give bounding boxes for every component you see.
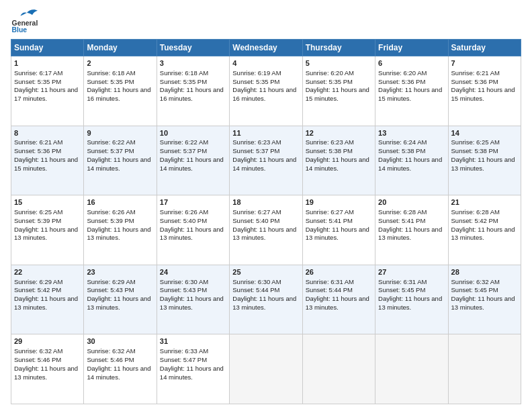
table-row: 8Sunrise: 6:21 AMSunset: 5:36 PMDaylight… bbox=[11, 126, 84, 195]
day-number: 24 bbox=[160, 267, 226, 277]
table-row: 16Sunrise: 6:26 AMSunset: 5:39 PMDayligh… bbox=[84, 195, 157, 265]
col-monday: Monday bbox=[84, 40, 157, 56]
table-row: 27Sunrise: 6:31 AMSunset: 5:45 PMDayligh… bbox=[375, 265, 448, 334]
table-row: 15Sunrise: 6:25 AMSunset: 5:39 PMDayligh… bbox=[11, 195, 84, 265]
sunrise-text: Sunrise: 6:18 AM bbox=[160, 69, 208, 77]
table-row bbox=[448, 334, 521, 404]
table-row: 29Sunrise: 6:32 AMSunset: 5:46 PMDayligh… bbox=[11, 334, 84, 404]
col-friday: Friday bbox=[375, 40, 448, 56]
daylight-text: Daylight: 11 hours and 16 minutes. bbox=[160, 86, 224, 102]
daylight-text: Daylight: 11 hours and 13 minutes. bbox=[306, 295, 369, 311]
logo-icon: General Blue bbox=[11, 8, 43, 34]
col-tuesday: Tuesday bbox=[157, 40, 229, 56]
svg-text:Blue: Blue bbox=[12, 26, 28, 34]
table-row: 31Sunrise: 6:33 AMSunset: 5:47 PMDayligh… bbox=[157, 334, 229, 404]
sunrise-text: Sunrise: 6:27 AM bbox=[306, 208, 354, 216]
sunset-text: Sunset: 5:36 PM bbox=[378, 78, 425, 85]
table-row: 2Sunrise: 6:18 AMSunset: 5:35 PMDaylight… bbox=[84, 56, 157, 126]
sunrise-text: Sunrise: 6:23 AM bbox=[306, 138, 354, 146]
sunset-text: Sunset: 5:35 PM bbox=[232, 78, 279, 85]
sunrise-text: Sunrise: 6:25 AM bbox=[14, 208, 62, 216]
daylight-text: Daylight: 11 hours and 13 minutes. bbox=[14, 365, 78, 381]
table-row: 24Sunrise: 6:30 AMSunset: 5:43 PMDayligh… bbox=[157, 265, 229, 334]
day-number: 16 bbox=[87, 197, 153, 208]
col-wednesday: Wednesday bbox=[230, 40, 302, 56]
day-number: 26 bbox=[306, 267, 372, 277]
sunrise-text: Sunrise: 6:32 AM bbox=[451, 278, 500, 285]
table-row: 18Sunrise: 6:27 AMSunset: 5:40 PMDayligh… bbox=[230, 195, 302, 265]
table-row: 6Sunrise: 6:20 AMSunset: 5:36 PMDaylight… bbox=[375, 56, 448, 126]
sunset-text: Sunset: 5:44 PM bbox=[306, 286, 353, 293]
sunrise-text: Sunrise: 6:19 AM bbox=[232, 69, 281, 77]
sunset-text: Sunset: 5:36 PM bbox=[451, 78, 498, 85]
table-row: 12Sunrise: 6:23 AMSunset: 5:38 PMDayligh… bbox=[302, 126, 375, 195]
calendar-week-row: 22Sunrise: 6:29 AMSunset: 5:42 PMDayligh… bbox=[11, 265, 521, 334]
sunrise-text: Sunrise: 6:27 AM bbox=[232, 208, 281, 216]
table-row: 21Sunrise: 6:28 AMSunset: 5:42 PMDayligh… bbox=[448, 195, 521, 265]
daylight-text: Daylight: 11 hours and 13 minutes. bbox=[232, 226, 296, 242]
col-thursday: Thursday bbox=[302, 40, 375, 56]
sunrise-text: Sunrise: 6:24 AM bbox=[378, 138, 427, 146]
sunrise-text: Sunrise: 6:20 AM bbox=[306, 69, 354, 77]
day-number: 13 bbox=[378, 128, 445, 138]
sunset-text: Sunset: 5:46 PM bbox=[14, 356, 61, 363]
page: General Blue Sunday Monday Tuesday Wedne… bbox=[0, 0, 532, 411]
table-row: 23Sunrise: 6:29 AMSunset: 5:43 PMDayligh… bbox=[84, 265, 157, 334]
daylight-text: Daylight: 11 hours and 13 minutes. bbox=[87, 226, 150, 242]
daylight-text: Daylight: 11 hours and 13 minutes. bbox=[451, 226, 515, 242]
sunset-text: Sunset: 5:38 PM bbox=[306, 147, 353, 154]
table-row: 9Sunrise: 6:22 AMSunset: 5:37 PMDaylight… bbox=[84, 126, 157, 195]
day-number: 18 bbox=[232, 197, 299, 208]
day-number: 19 bbox=[306, 197, 372, 208]
table-row bbox=[302, 334, 375, 404]
sunrise-text: Sunrise: 6:26 AM bbox=[160, 208, 208, 216]
calendar-week-row: 8Sunrise: 6:21 AMSunset: 5:36 PMDaylight… bbox=[11, 126, 521, 195]
sunset-text: Sunset: 5:40 PM bbox=[232, 217, 279, 224]
sunset-text: Sunset: 5:41 PM bbox=[378, 217, 425, 224]
day-number: 4 bbox=[232, 58, 299, 68]
sunrise-text: Sunrise: 6:18 AM bbox=[87, 69, 135, 77]
daylight-text: Daylight: 11 hours and 15 minutes. bbox=[306, 86, 369, 102]
day-number: 11 bbox=[232, 128, 299, 138]
sunset-text: Sunset: 5:35 PM bbox=[306, 78, 353, 85]
daylight-text: Daylight: 11 hours and 15 minutes. bbox=[378, 86, 442, 102]
table-row: 10Sunrise: 6:22 AMSunset: 5:37 PMDayligh… bbox=[157, 126, 229, 195]
table-row bbox=[230, 334, 302, 404]
col-saturday: Saturday bbox=[448, 40, 521, 56]
day-number: 30 bbox=[87, 336, 153, 347]
table-row: 3Sunrise: 6:18 AMSunset: 5:35 PMDaylight… bbox=[157, 56, 229, 126]
day-number: 20 bbox=[378, 197, 445, 208]
calendar-week-row: 29Sunrise: 6:32 AMSunset: 5:46 PMDayligh… bbox=[11, 334, 521, 404]
calendar-table: Sunday Monday Tuesday Wednesday Thursday… bbox=[11, 39, 521, 404]
daylight-text: Daylight: 11 hours and 13 minutes. bbox=[232, 295, 296, 311]
daylight-text: Daylight: 11 hours and 15 minutes. bbox=[14, 156, 78, 172]
day-number: 23 bbox=[87, 267, 153, 277]
sunset-text: Sunset: 5:39 PM bbox=[14, 217, 61, 224]
daylight-text: Daylight: 11 hours and 14 minutes. bbox=[306, 156, 369, 172]
logo: General Blue bbox=[11, 8, 43, 34]
day-number: 10 bbox=[160, 128, 226, 138]
sunrise-text: Sunrise: 6:23 AM bbox=[232, 138, 281, 146]
daylight-text: Daylight: 11 hours and 17 minutes. bbox=[14, 86, 78, 102]
table-row: 13Sunrise: 6:24 AMSunset: 5:38 PMDayligh… bbox=[375, 126, 448, 195]
daylight-text: Daylight: 11 hours and 14 minutes. bbox=[87, 156, 150, 172]
table-row: 7Sunrise: 6:21 AMSunset: 5:36 PMDaylight… bbox=[448, 56, 521, 126]
table-row: 1Sunrise: 6:17 AMSunset: 5:35 PMDaylight… bbox=[11, 56, 84, 126]
table-row: 4Sunrise: 6:19 AMSunset: 5:35 PMDaylight… bbox=[230, 56, 302, 126]
daylight-text: Daylight: 11 hours and 16 minutes. bbox=[87, 86, 150, 102]
day-number: 31 bbox=[160, 336, 226, 347]
table-row: 22Sunrise: 6:29 AMSunset: 5:42 PMDayligh… bbox=[11, 265, 84, 334]
sunset-text: Sunset: 5:42 PM bbox=[451, 217, 498, 224]
day-number: 22 bbox=[14, 267, 81, 277]
sunset-text: Sunset: 5:35 PM bbox=[14, 78, 61, 85]
sunrise-text: Sunrise: 6:28 AM bbox=[451, 208, 500, 216]
sunrise-text: Sunrise: 6:30 AM bbox=[232, 278, 281, 285]
table-row: 25Sunrise: 6:30 AMSunset: 5:44 PMDayligh… bbox=[230, 265, 302, 334]
sunrise-text: Sunrise: 6:21 AM bbox=[14, 138, 62, 146]
day-number: 15 bbox=[14, 197, 81, 208]
daylight-text: Daylight: 11 hours and 14 minutes. bbox=[87, 365, 150, 381]
day-number: 25 bbox=[232, 267, 299, 277]
sunrise-text: Sunrise: 6:32 AM bbox=[87, 347, 135, 355]
sunrise-text: Sunrise: 6:31 AM bbox=[378, 278, 427, 285]
sunrise-text: Sunrise: 6:22 AM bbox=[160, 138, 208, 146]
